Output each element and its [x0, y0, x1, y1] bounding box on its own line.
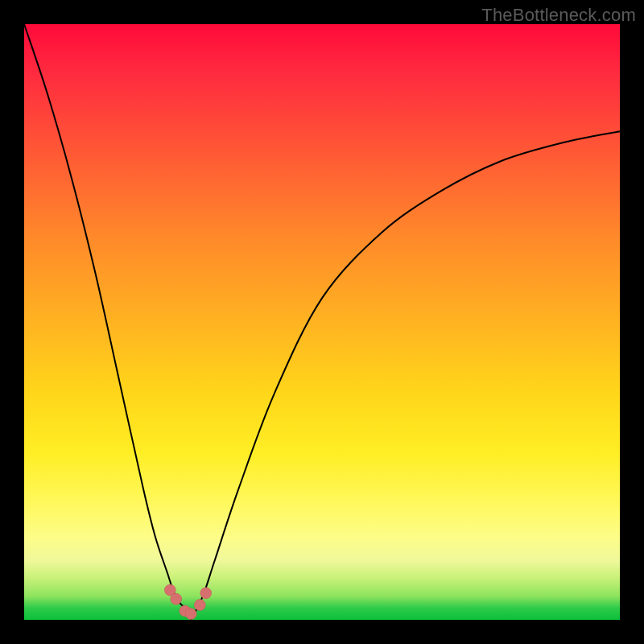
curve-left-branch [24, 24, 191, 614]
watermark-text: TheBottleneck.com [481, 5, 636, 26]
valley-marker-dot [171, 593, 182, 605]
curve-right-branch [191, 131, 620, 620]
plot-area [24, 24, 620, 620]
valley-marker-dot [185, 609, 196, 620]
curve-layer [24, 24, 620, 620]
chart-frame: TheBottleneck.com [0, 0, 644, 644]
valley-markers [164, 584, 211, 620]
valley-marker-dot [200, 588, 212, 599]
valley-marker-dot [194, 600, 205, 611]
